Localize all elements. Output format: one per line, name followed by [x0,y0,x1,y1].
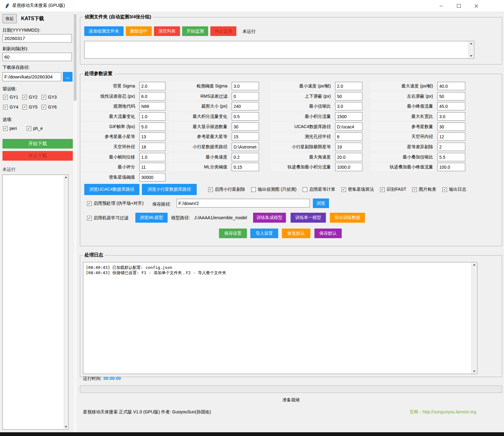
proc-checkbox--[interactable]: 密集星场算法 [341,187,374,192]
param-input-r6-c0[interactable] [139,143,165,151]
param-input-r4-c0[interactable] [139,122,165,131]
param-input-r2-c0[interactable] [139,102,165,110]
scroll-down-icon[interactable] [65,426,67,428]
browse-ucac4-db-button[interactable]: 浏览UCAC4数据库路径 [84,184,139,195]
refresh-interval-input[interactable] [2,53,72,61]
browse-download-path-button[interactable]: ... [63,72,72,82]
add-monitor-folder-button[interactable]: 添加侦测文件夹 [84,26,124,36]
param-input-r8-c3[interactable] [437,163,465,171]
proc-checkbox--[interactable]: 输出侦测图 (只侦测) [251,187,296,192]
monitor-list-scrollbar[interactable] [468,42,474,58]
monitor-folder-list[interactable] [84,41,474,59]
download-list[interactable] [2,175,68,429]
param-input-r0-c1[interactable] [232,82,259,90]
enable-ml-filter-checkbox[interactable]: 启用机器学习过滤 [87,215,128,221]
browse-preprocess-path-button[interactable]: 浏览 [313,198,329,208]
param-label-r6-c1: 小行星数据库路径 [169,143,230,151]
start-download-button[interactable]: 开始下载 [2,139,73,149]
param-input-r8-c1[interactable] [232,163,259,171]
close-button[interactable] [469,0,483,12]
proc-checkbox--[interactable]: 启用星等计算 [303,187,335,192]
browse-asteroid-db-button[interactable]: 浏览小行星数据库路径 [142,184,197,195]
param-input-r8-c0[interactable] [139,163,165,171]
scroll-up-icon[interactable] [470,43,472,44]
export-training-data-button[interactable]: 导出训练数据 [330,213,365,223]
minimize-button[interactable] [434,0,448,12]
param-input-r1-c2[interactable] [335,92,362,100]
train-ensemble-model-button[interactable]: 训练集成模型 [253,213,286,223]
collapse-sidebar-button[interactable]: 收起 [2,14,17,23]
download-list-scrollbar[interactable] [64,175,68,429]
param-input-r8-c2[interactable] [335,163,362,171]
param-input-r4-c3[interactable] [437,122,465,131]
log-line: [08:40:43] 已加载默认配置: config.json [86,265,470,270]
maximize-button[interactable] [452,0,466,12]
save-settings-button[interactable]: 保存设置 [219,229,247,238]
start-monitor-button[interactable]: 开始监测 [182,26,208,36]
param-input-r7-c1[interactable] [232,153,259,161]
telescope-checkbox-gy6[interactable]: GY6 [42,105,61,109]
param-input-r1-c0[interactable] [139,92,165,100]
scroll-down-icon[interactable] [470,55,472,57]
param-input-r2-c3[interactable] [437,102,465,110]
param-input-r6-c2[interactable] [335,143,362,151]
param-input-r6-c3[interactable] [437,143,465,151]
stop-monitor-button[interactable]: 停止监测 [210,26,236,36]
param-input-r5-c3[interactable] [437,132,465,141]
param-input-r3-c1[interactable] [232,112,259,121]
preprocess-save-path-input[interactable] [177,199,310,207]
param-input-r7-c0[interactable] [139,153,165,161]
param-input-r4-c2[interactable] [335,122,362,131]
save-defaults-button[interactable]: 保存默认 [314,229,342,238]
param-input-r3-c0[interactable] [139,112,165,121]
param-input-r1-c1[interactable] [232,92,259,100]
log-scrollbar[interactable] [471,263,477,373]
proc-checkbox--[interactable]: 启用小行星剔除 [208,187,245,192]
param-input-r0-c3[interactable] [437,82,465,90]
stop-download-button[interactable]: 停止下载 [2,151,73,161]
train-single-model-button[interactable]: 训练单一模型 [291,213,326,223]
param-input-r7-c2[interactable] [335,153,362,161]
telescope-checkbox-gy2[interactable]: GY2 [22,95,42,100]
param-input-r7-c3[interactable] [437,153,465,161]
param-input-r3-c3[interactable] [437,112,465,121]
option-checkbox-peri[interactable]: peri [3,126,27,131]
proc-checkbox--[interactable]: 图片检查 [412,187,436,192]
param-input-r4-c1[interactable] [232,122,259,131]
import-settings-button[interactable]: 导入设置 [250,229,278,238]
clear-list-button[interactable]: 清空列表 [154,26,180,36]
proc-checkbox--[interactable]: 输出日志 [442,187,466,192]
param-input-r5-c1[interactable] [232,132,259,141]
remove-selected-button[interactable]: 删除选中 [126,26,152,36]
param-input-r5-c2[interactable] [335,132,362,141]
browse-ml-model-button[interactable]: 浏览ML模型 [135,213,168,223]
param-input-r0-c0[interactable] [139,82,165,90]
param-input-r3-c2[interactable] [335,112,362,121]
checkbox-icon [208,187,213,192]
sidebar-scrollbar[interactable] [73,12,77,432]
option-checkbox-ph-e[interactable]: ph_e [27,126,50,131]
telescope-checkbox-gy3[interactable]: GY3 [42,95,61,100]
param-input-r2-c2[interactable] [335,102,362,110]
enable-preprocess-checkbox[interactable]: 启用预处理 (伪平场+对齐) [87,201,143,206]
log-textarea[interactable]: [08:40:43] 已加载默认配置: config.json[08:40:43… [83,262,477,374]
download-path-input[interactable] [2,72,61,81]
param-input-r1-c3[interactable] [437,92,465,100]
param-input-r2-c1[interactable] [232,102,259,110]
date-input[interactable] [2,34,72,42]
telescope-checkbox-label: GY4 [10,105,18,109]
scroll-down-icon[interactable] [473,371,476,372]
param-input-r9-c0[interactable] [139,173,165,181]
scroll-up-icon[interactable] [473,264,476,265]
proc-checkbox--fast[interactable]: 识别FAST [380,187,406,192]
param-input-r6-c1[interactable] [232,143,259,151]
telescope-checkbox-gy5[interactable]: GY5 [22,105,42,109]
telescope-checkbox-gy4[interactable]: GY4 [3,105,22,109]
scroll-up-icon[interactable] [65,176,67,178]
telescope-checkbox-gy1[interactable]: GY1 [3,95,22,100]
param-input-r5-c0[interactable] [139,132,165,141]
sidebar-scrollbar-thumb[interactable] [74,14,77,101]
website-link[interactable]: http://sunguoyou.lamost.org [423,409,476,414]
param-input-r0-c2[interactable] [335,82,362,90]
restore-defaults-button[interactable]: 恢复默认 [282,229,310,238]
